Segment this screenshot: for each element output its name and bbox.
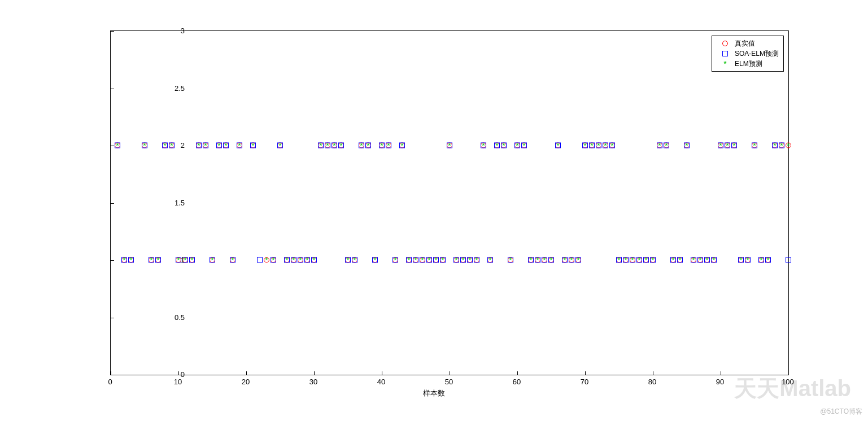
data-point bbox=[725, 142, 730, 150]
data-point bbox=[216, 142, 222, 150]
data-point bbox=[440, 256, 446, 265]
data-point bbox=[115, 142, 120, 150]
data-point: * bbox=[495, 142, 498, 150]
data-point bbox=[745, 256, 751, 265]
data-point bbox=[481, 142, 486, 150]
data-point bbox=[677, 256, 683, 265]
data-point bbox=[155, 256, 161, 265]
data-point bbox=[189, 256, 195, 265]
data-point bbox=[460, 256, 466, 265]
data-point bbox=[271, 256, 276, 265]
data-point bbox=[372, 256, 378, 265]
data-point bbox=[284, 256, 290, 265]
data-point: * bbox=[306, 256, 308, 265]
data-point bbox=[725, 142, 730, 150]
y-tick-label: 2.5 bbox=[162, 84, 185, 92]
data-point: * bbox=[319, 142, 322, 150]
data-point bbox=[372, 256, 378, 265]
circle-icon bbox=[716, 41, 735, 46]
data-point: * bbox=[346, 256, 349, 265]
y-tick-label: 3 bbox=[162, 27, 185, 35]
data-point bbox=[467, 256, 473, 265]
data-point bbox=[304, 256, 310, 265]
data-point bbox=[420, 256, 425, 265]
data-point bbox=[406, 256, 412, 265]
data-point bbox=[392, 256, 398, 265]
data-point: * bbox=[441, 256, 444, 265]
data-point: * bbox=[604, 142, 607, 150]
data-point: * bbox=[665, 142, 668, 150]
data-point bbox=[670, 256, 676, 265]
data-point: * bbox=[143, 142, 146, 150]
data-point: * bbox=[577, 256, 579, 265]
data-point bbox=[752, 142, 757, 150]
data-point: * bbox=[123, 256, 125, 265]
data-point: * bbox=[685, 142, 688, 150]
data-point: * bbox=[217, 142, 220, 150]
data-point bbox=[643, 256, 649, 265]
data-point bbox=[155, 256, 161, 265]
data-point: * bbox=[129, 256, 132, 265]
data-point bbox=[447, 142, 452, 150]
data-point: * bbox=[488, 256, 491, 265]
data-point: * bbox=[333, 142, 335, 150]
data-point bbox=[352, 256, 357, 265]
data-point bbox=[691, 256, 696, 265]
legend-entry: * ELM预测 bbox=[716, 59, 779, 69]
data-point: * bbox=[631, 256, 634, 265]
data-point bbox=[291, 256, 296, 265]
legend-label: ELM预测 bbox=[735, 59, 762, 69]
legend-label: SOA-ELM预测 bbox=[735, 49, 779, 59]
data-point bbox=[501, 142, 507, 150]
data-point bbox=[433, 256, 439, 265]
data-point bbox=[609, 142, 615, 150]
data-point bbox=[250, 142, 256, 150]
legend: 真实值 SOA-ELM预测 * ELM预测 bbox=[712, 36, 784, 72]
data-point bbox=[575, 256, 581, 265]
data-point bbox=[115, 142, 120, 150]
data-point: * bbox=[617, 256, 620, 265]
data-point bbox=[338, 142, 344, 150]
data-point: * bbox=[360, 142, 363, 150]
data-point bbox=[433, 256, 439, 265]
axes: 真实值 SOA-ELM预测 * ELM预测 ******************… bbox=[110, 30, 789, 375]
data-point bbox=[603, 142, 608, 150]
data-point bbox=[447, 142, 452, 150]
data-point: * bbox=[373, 256, 376, 265]
data-point bbox=[609, 142, 615, 150]
data-point bbox=[467, 256, 473, 265]
data-point: * bbox=[570, 256, 573, 265]
data-point bbox=[453, 256, 459, 265]
data-point: * bbox=[644, 256, 647, 265]
data-point bbox=[426, 256, 432, 265]
data-point bbox=[352, 256, 357, 265]
data-point: * bbox=[739, 256, 742, 265]
data-point bbox=[589, 142, 595, 150]
data-point: * bbox=[549, 256, 552, 265]
data-point: * bbox=[455, 256, 457, 265]
data-point bbox=[237, 142, 242, 150]
data-point: * bbox=[285, 256, 288, 265]
data-point: * bbox=[590, 142, 593, 150]
data-point bbox=[257, 256, 263, 265]
data-point bbox=[664, 142, 669, 150]
data-point bbox=[426, 256, 432, 265]
y-tick-label: 1 bbox=[162, 256, 185, 264]
data-point bbox=[589, 142, 595, 150]
data-point: * bbox=[339, 142, 342, 150]
data-point: * bbox=[556, 142, 559, 150]
data-point bbox=[304, 256, 310, 265]
data-point bbox=[745, 256, 751, 265]
data-point: * bbox=[312, 256, 315, 265]
data-point: * bbox=[116, 142, 119, 150]
data-point bbox=[250, 142, 256, 150]
data-point: * bbox=[150, 256, 152, 265]
data-point bbox=[650, 256, 656, 265]
data-point bbox=[650, 256, 656, 265]
data-point: * bbox=[400, 142, 403, 150]
x-tick-label: 100 bbox=[777, 378, 799, 386]
data-point bbox=[731, 142, 737, 150]
legend-entry: 真实值 bbox=[716, 38, 779, 49]
data-point bbox=[684, 142, 690, 150]
data-point bbox=[481, 142, 486, 150]
